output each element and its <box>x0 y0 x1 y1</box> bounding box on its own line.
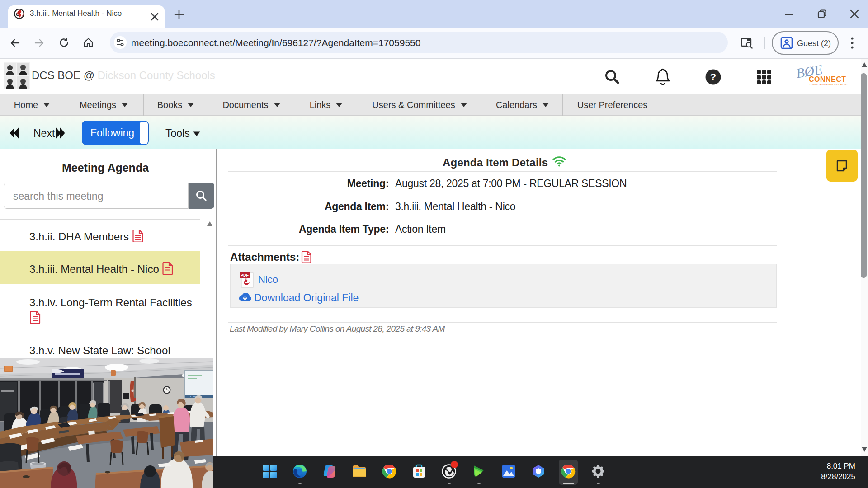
svg-text:PDF: PDF <box>241 273 249 277</box>
svg-text:?: ? <box>710 71 716 83</box>
